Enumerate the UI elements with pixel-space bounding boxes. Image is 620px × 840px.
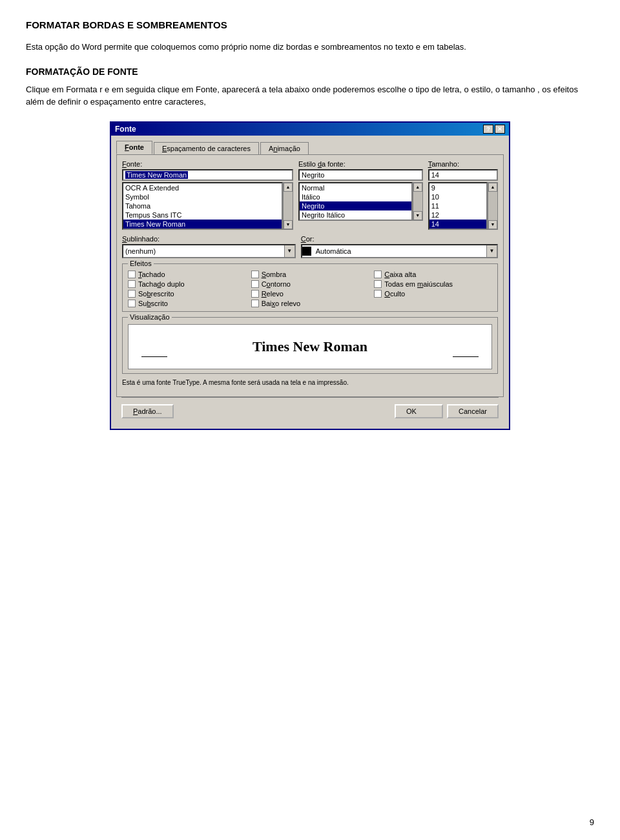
scroll-up-btn[interactable]: ▲ <box>284 183 293 192</box>
tab-espacamento[interactable]: Espaçamento de caracteres <box>154 142 259 154</box>
fonte-label: Fonte: <box>122 160 293 168</box>
tab-animacao[interactable]: Animação <box>260 142 309 154</box>
dialog-titlebar: Fonte ? ✕ <box>111 123 509 136</box>
effect-relevo: Relevo <box>251 290 369 298</box>
divider <box>121 397 499 398</box>
cor-dropdown-btn[interactable]: ▼ <box>486 245 497 257</box>
checkbox-sobrescrito[interactable] <box>128 290 136 298</box>
sublinhado-value: (nenhum) <box>123 247 284 256</box>
intro-paragraph: Esta opção do Word permite que coloquemo… <box>26 41 594 54</box>
list-item-selected[interactable]: 14 <box>429 220 486 229</box>
sublinhado-cor-row: Sublinhado: (nenhum) ▼ Cor: <box>122 235 498 258</box>
list-item[interactable]: Symbol <box>123 192 282 201</box>
scroll-track <box>413 192 422 211</box>
effect-subscrito: Subscrito <box>128 300 246 307</box>
tamanho-input[interactable]: 14 <box>428 169 498 181</box>
effect-label-tachado-duplo: Tachado duplo <box>138 280 185 288</box>
effect-tachado: Tachado <box>128 271 246 278</box>
tamanho-listbox: 9 10 11 12 14 ▲ ▼ <box>428 182 498 230</box>
effect-label-relevo: Relevo <box>262 290 284 298</box>
estilo-list[interactable]: Normal Itálico Negrito Negrito Itálico <box>298 182 413 221</box>
help-button[interactable]: ? <box>483 125 493 134</box>
checkbox-subscrito[interactable] <box>128 300 136 307</box>
list-item[interactable]: 10 <box>429 192 486 201</box>
scroll-track <box>284 192 293 220</box>
tab-fonte-label: Fonte <box>125 143 144 151</box>
list-item[interactable]: Negrito Itálico <box>300 210 411 220</box>
estilo-scrollbar[interactable]: ▲ ▼ <box>413 182 423 221</box>
section-text: Clique em Formata r e em seguida clique … <box>26 83 594 108</box>
checkbox-contorno[interactable] <box>251 280 259 288</box>
list-item[interactable]: OCR A Extended <box>123 183 282 192</box>
effect-oculto: Oculto <box>374 290 492 298</box>
preview-group: Visualização Times New Roman <box>122 317 498 374</box>
effect-label-contorno: Contorno <box>262 280 291 288</box>
tamanho-selected-value: 14 <box>431 171 439 179</box>
list-item[interactable]: Normal <box>300 183 411 192</box>
cancelar-button[interactable]: Cancelar <box>447 404 499 418</box>
sublinhado-dropdown-btn[interactable]: ▼ <box>284 245 294 257</box>
checkbox-relevo[interactable] <box>251 290 259 298</box>
checkbox-caixa-alta[interactable] <box>374 271 382 278</box>
page-number: 9 <box>590 817 594 827</box>
list-item-selected[interactable]: Times New Roman <box>123 220 282 229</box>
checkbox-sombra[interactable] <box>251 271 259 278</box>
scroll-track <box>488 192 497 220</box>
dialog-title: Fonte <box>115 125 136 134</box>
truetype-note: Esta é uma fonte TrueType. A mesma fonte… <box>122 379 498 386</box>
checkbox-tachado[interactable] <box>128 271 136 278</box>
effects-group: Efeitos Tachado Sombra <box>122 263 498 312</box>
list-item[interactable]: 9 <box>429 183 486 192</box>
scroll-down-btn[interactable]: ▼ <box>284 220 293 229</box>
scroll-down-btn[interactable]: ▼ <box>488 220 497 229</box>
list-item[interactable]: 11 <box>429 201 486 210</box>
checkbox-baixo-relevo[interactable] <box>251 300 259 307</box>
tamanho-label: Tamanho: <box>428 160 498 168</box>
estilo-selected-value: Negrito <box>302 171 324 179</box>
fonte-input[interactable]: Times New Roman <box>122 169 293 181</box>
checkbox-todas-maiusculas[interactable] <box>374 280 382 288</box>
close-button[interactable]: ✕ <box>495 125 505 134</box>
cor-dropdown[interactable]: Automática ▼ <box>301 244 498 258</box>
effect-contorno: Contorno <box>251 280 369 288</box>
ok-button[interactable]: OK <box>395 404 443 418</box>
fonte-list[interactable]: OCR A Extended Symbol Tahoma Tempus Sans… <box>122 182 283 230</box>
effects-grid: Tachado Sombra Caixa alta <box>128 271 492 307</box>
checkbox-tachado-duplo[interactable] <box>128 280 136 288</box>
font-dialog: Fonte ? ✕ Fonte Espaçamento de caractere… <box>110 121 510 430</box>
scroll-up-btn[interactable]: ▲ <box>413 183 422 192</box>
estilo-input[interactable]: Negrito <box>298 169 423 181</box>
estilo-listbox: Normal Itálico Negrito Negrito Itálico ▲… <box>298 182 423 221</box>
tab-espacamento-label: Espaçamento de caracteres <box>162 145 251 152</box>
effect-label-caixa-alta: Caixa alta <box>384 271 416 278</box>
tamanho-scrollbar[interactable]: ▲ ▼ <box>488 182 498 230</box>
page-title: FORMATAR BORDAS E SOMBREAMENTOS <box>26 19 594 30</box>
ok-cancel-group: OK Cancelar <box>395 404 499 418</box>
effect-label-subscrito: Subscrito <box>138 300 168 307</box>
fonte-listbox: OCR A Extended Symbol Tahoma Tempus Sans… <box>122 182 293 230</box>
tab-fonte[interactable]: Fonte <box>116 141 152 154</box>
fonte-selected-value: Times New Roman <box>125 171 188 179</box>
tab-content: Fonte: Times New Roman OCR A Extended Sy… <box>116 154 504 397</box>
tabs-row: Fonte Espaçamento de caracteres Animação <box>116 141 504 154</box>
effect-tachado-duplo: Tachado duplo <box>128 280 246 288</box>
padrao-button[interactable]: Padrão... <box>121 404 174 418</box>
scroll-up-btn[interactable]: ▲ <box>488 183 497 192</box>
checkbox-oculto[interactable] <box>374 290 382 298</box>
tamanho-list[interactable]: 9 10 11 12 14 <box>428 182 488 230</box>
list-item-selected[interactable]: Negrito <box>300 201 411 210</box>
effect-baixo-relevo: Baixo relevo <box>251 300 369 307</box>
preview-box: Times New Roman <box>128 324 492 369</box>
cor-label: Cor: <box>301 235 498 243</box>
tab-animacao-label: Animação <box>269 145 300 152</box>
list-item[interactable]: Tahoma <box>123 201 282 210</box>
scroll-down-btn[interactable]: ▼ <box>413 211 422 220</box>
fonte-scrollbar[interactable]: ▲ ▼ <box>283 182 293 230</box>
list-item[interactable]: Tempus Sans ITC <box>123 210 282 220</box>
preview-underline-right <box>453 356 479 357</box>
estilo-label: Estilo da fonte: <box>298 160 423 168</box>
list-item[interactable]: 12 <box>429 210 486 220</box>
sublinhado-dropdown[interactable]: (nenhum) ▼ <box>122 244 296 258</box>
list-item[interactable]: Itálico <box>300 192 411 201</box>
sublinhado-col: Sublinhado: (nenhum) ▼ <box>122 235 296 258</box>
